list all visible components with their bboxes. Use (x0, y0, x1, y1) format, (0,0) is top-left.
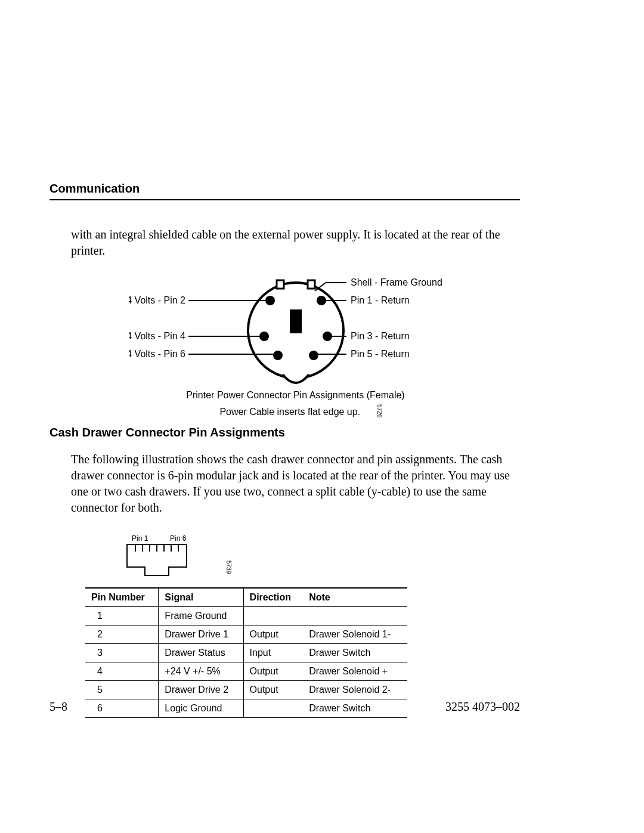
cash-drawer-pin-table: Pin Number Signal Direction Note 1 Frame… (85, 587, 407, 718)
td-signal: +24 V +/- 5% (159, 662, 243, 681)
doc-number: 3255 4073–002 (445, 700, 520, 714)
td-direction: Output (243, 662, 303, 681)
din-connector-icon: +24 Volts - Pin 2 +24 Volts - Pin 4 +24 … (129, 277, 463, 384)
td-signal: Drawer Drive 1 (159, 625, 243, 644)
rj-jack-icon: Pin 1 Pin 6 (121, 534, 222, 581)
td-note: Drawer Solenoid 1- (303, 625, 407, 644)
power-connector-caption: Printer Power Connector Pin Assignments … (71, 389, 520, 419)
jack-figure-number: 5739 (225, 561, 232, 574)
table-row: 4 +24 V +/- 5% Output Drawer Solenoid + (85, 662, 407, 681)
label-pin2: +24 Volts - Pin 2 (129, 295, 185, 305)
td-direction: Output (243, 625, 303, 644)
label-pin4: +24 Volts - Pin 4 (129, 331, 185, 341)
th-pin: Pin Number (85, 588, 159, 607)
td-signal: Frame Ground (159, 607, 243, 625)
td-pin: 4 (85, 662, 159, 681)
table-row: 2 Drawer Drive 1 Output Drawer Solenoid … (85, 625, 407, 644)
figure-number: 5726 (375, 404, 383, 417)
td-pin: 2 (85, 625, 159, 644)
th-direction: Direction (243, 588, 303, 607)
svg-point-11 (265, 296, 275, 305)
svg-point-15 (273, 351, 283, 360)
cash-drawer-paragraph: The following illustration shows the cas… (71, 451, 520, 516)
page-number: 5–8 (49, 700, 67, 714)
rj-jack-diagram: Pin 1 Pin 6 5739 (121, 534, 520, 581)
td-signal: Drawer Drive 2 (159, 681, 243, 699)
caption-line-2: Power Cable inserts flat edge up. (219, 407, 360, 417)
td-note: Drawer Solenoid 2- (303, 681, 407, 699)
label-pin6: +24 Volts - Pin 6 (129, 349, 185, 359)
td-direction: Input (243, 644, 303, 662)
section-title: Communication (49, 182, 520, 200)
jack-pin1-label: Pin 1 (132, 534, 148, 543)
jack-pin6-label: Pin 6 (170, 534, 187, 543)
td-direction: Output (243, 681, 303, 699)
cash-drawer-heading: Cash Drawer Connector Pin Assignments (49, 426, 520, 439)
table-row: 5 Drawer Drive 2 Output Drawer Solenoid … (85, 681, 407, 699)
label-pin1: Pin 1 - Return (351, 295, 410, 305)
svg-point-13 (259, 332, 269, 341)
page: Communication with an integral shielded … (0, 0, 644, 833)
table-row: 3 Drawer Status Input Drawer Switch (85, 644, 407, 662)
td-pin: 1 (85, 607, 159, 625)
svg-point-12 (317, 296, 326, 305)
table-row: 1 Frame Ground (85, 607, 407, 625)
table-header-row: Pin Number Signal Direction Note (85, 588, 407, 607)
th-signal: Signal (159, 588, 243, 607)
power-connector-diagram: +24 Volts - Pin 2 +24 Volts - Pin 4 +24 … (71, 277, 520, 408)
svg-rect-9 (308, 280, 315, 289)
label-shell: Shell - Frame Ground (351, 277, 442, 287)
caption-line-1: Printer Power Connector Pin Assignments … (186, 390, 404, 400)
td-pin: 3 (85, 644, 159, 662)
label-pin3: Pin 3 - Return (351, 331, 410, 341)
page-footer: 5–8 3255 4073–002 (49, 700, 520, 714)
td-pin: 5 (85, 681, 159, 699)
label-pin5: Pin 5 - Return (351, 349, 410, 359)
th-note: Note (303, 588, 407, 607)
td-direction (243, 607, 303, 625)
intro-paragraph: with an integral shielded cable on the e… (71, 227, 520, 259)
svg-point-14 (323, 332, 332, 341)
td-note: Drawer Switch (303, 644, 407, 662)
td-note (303, 607, 407, 625)
svg-rect-10 (290, 309, 302, 333)
svg-point-16 (309, 351, 318, 360)
td-signal: Drawer Status (159, 644, 243, 662)
td-note: Drawer Solenoid + (303, 662, 407, 681)
svg-rect-8 (277, 280, 284, 289)
